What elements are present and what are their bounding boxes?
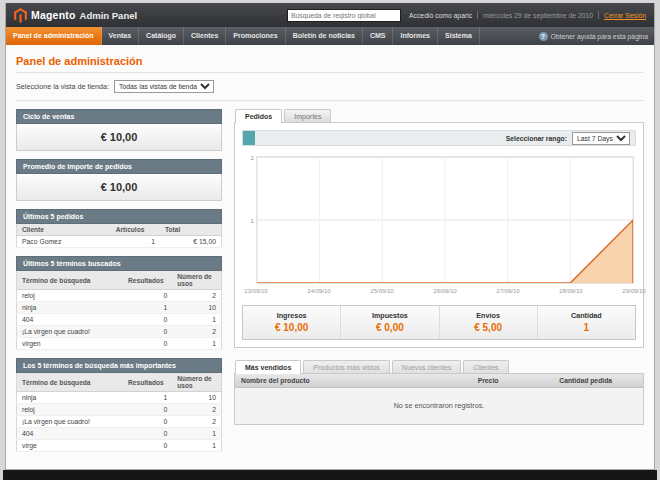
footer-bar xyxy=(3,470,657,480)
table-row[interactable]: reloj02 xyxy=(17,404,222,416)
magento-logo-icon xyxy=(14,8,27,23)
x-tick-label: 26/09/10 xyxy=(433,288,456,294)
table-row[interactable]: ¡La virgen que cuadro!02 xyxy=(17,326,222,338)
page-help-link[interactable]: ? Obtener ayuda para esta página xyxy=(539,27,649,45)
divider xyxy=(16,72,644,73)
empty-message: No se encontraron registros. xyxy=(235,388,643,424)
store-view-label: Seleccione la vista de tienda: xyxy=(16,82,109,91)
nav-item-promociones[interactable]: Promociones xyxy=(226,27,285,45)
table-row[interactable]: virge01 xyxy=(17,440,222,452)
block-title: Los 5 términos de búsqueda más important… xyxy=(16,358,222,373)
store-view-selector-row: Seleccione la vista de tienda: Todas las… xyxy=(16,80,644,93)
global-search-input[interactable] xyxy=(287,9,401,22)
table-row[interactable]: Paco Gomez1€ 15,00 xyxy=(17,236,222,248)
x-tick-label: 25/09/10 xyxy=(370,288,393,294)
range-select[interactable]: Last 7 Days xyxy=(572,132,630,145)
tab-clientes[interactable]: Clientes xyxy=(463,360,508,373)
cell: 1 xyxy=(111,236,160,248)
table-row[interactable]: 40401 xyxy=(17,314,222,326)
header-row: ClienteArtículosTotal xyxy=(17,224,222,236)
stat-env-os: Envíos€ 5,00 xyxy=(439,306,537,339)
divider xyxy=(16,100,644,101)
bestsellers-panel: Nombre del productoPrecioCantidad pedida… xyxy=(234,373,644,425)
table-row[interactable]: ninja110 xyxy=(17,392,222,404)
range-label: Seleccionar rango: xyxy=(506,135,567,142)
last-search-terms-table: Término de búsquedaResultadosNúmero de u… xyxy=(16,271,222,350)
y-tick-label: 2 xyxy=(244,154,254,161)
table-row[interactable]: reloj02 xyxy=(17,290,222,302)
page-title: Panel de administración xyxy=(16,55,644,67)
stat-value: € 5,00 xyxy=(440,322,537,333)
session-info: Accedió como aparic miércoles 29 de sept… xyxy=(409,11,646,19)
column-header: Resultados xyxy=(123,271,172,290)
logo-suffix: Admin Panel xyxy=(80,10,138,21)
cell: reloj xyxy=(17,290,124,302)
stat-label: Ingresos xyxy=(243,311,340,320)
cell: 2 xyxy=(172,326,221,338)
magento-admin-app: Magento Admin Panel Accedió como aparic … xyxy=(5,3,655,470)
column-header: Precio xyxy=(472,374,554,388)
last-search-terms-block: Últimos 5 términos buscados Término de b… xyxy=(16,256,222,350)
block-title: Últimos 5 pedidos xyxy=(16,209,222,224)
cell: 404 xyxy=(17,428,124,440)
tab-productos-m-s-vistos[interactable]: Productos más vistos xyxy=(303,360,390,373)
stat-impuestos: Impuestos€ 0,00 xyxy=(340,306,438,339)
tab-importes[interactable]: Importes xyxy=(284,109,331,122)
store-view-select[interactable]: Todas las vistas de tienda xyxy=(114,80,214,93)
nav-item-informes[interactable]: Informes xyxy=(393,27,438,45)
nav-item-clientes[interactable]: Clientes xyxy=(184,27,226,45)
cell: 1 xyxy=(172,428,221,440)
table-row[interactable]: ninja110 xyxy=(17,302,222,314)
table-row[interactable]: virgen01 xyxy=(17,338,222,350)
cell: 0 xyxy=(123,338,172,350)
cell: virge xyxy=(17,440,124,452)
column-header: Término de búsqueda xyxy=(17,373,124,392)
cell: reloj xyxy=(17,404,124,416)
tab-nuevos-clientes[interactable]: Nuevos clientes xyxy=(392,360,461,373)
last-orders-block: Últimos 5 pedidos ClienteArtículosTotalP… xyxy=(16,209,222,248)
cell: 10 xyxy=(172,392,221,404)
orders-panel: Seleccionar rango: Last 7 Days 12 23/09/… xyxy=(234,122,644,348)
browser-viewport: Magento Admin Panel Accedió como aparic … xyxy=(0,0,660,480)
nav-items: Panel de administraciónVentasCatálogoCli… xyxy=(6,27,480,45)
cell: ¡La virgen que cuadro! xyxy=(17,326,124,338)
cell: ¡La virgen que cuadro! xyxy=(17,416,124,428)
header-row: Nombre del productoPrecioCantidad pedida xyxy=(235,374,643,388)
cell: ninja xyxy=(17,392,124,404)
x-tick-label: 29/09/10 xyxy=(622,288,645,294)
column-header: Total xyxy=(160,224,222,236)
column-header: Término de búsqueda xyxy=(17,271,124,290)
dashboard-columns: Ciclo de ventas € 10,00 Promedio de impo… xyxy=(16,109,644,460)
x-tick-label: 23/09/10 xyxy=(244,288,267,294)
nav-item-bolet-n-de-noticias[interactable]: Boletín de noticias xyxy=(286,27,363,45)
top-search-terms-table: Término de búsquedaResultadosNúmero de u… xyxy=(16,373,222,452)
nav-item-panel-de-administraci-n[interactable]: Panel de administración xyxy=(6,27,102,45)
cell: 1 xyxy=(172,338,221,350)
nav-item-cms[interactable]: CMS xyxy=(363,27,394,45)
range-bar: Seleccionar rango: Last 7 Days xyxy=(242,130,636,146)
table-row[interactable]: 40401 xyxy=(17,428,222,440)
top-header: Magento Admin Panel Accedió como aparic … xyxy=(6,3,654,27)
cell: 0 xyxy=(123,416,172,428)
nav-item-sistema[interactable]: Sistema xyxy=(438,27,480,45)
chart-x-axis: 23/09/1024/09/1025/09/1026/09/1027/09/10… xyxy=(256,286,634,295)
stat-value: € 0,00 xyxy=(341,322,438,333)
nav-item-cat-logo[interactable]: Catálogo xyxy=(139,27,184,45)
dashboard-main: PedidosImportes Seleccionar rango: Last … xyxy=(234,109,644,460)
table-row[interactable]: ¡La virgen que cuadro!02 xyxy=(17,416,222,428)
average-orders-block: Promedio de importe de pedidos € 10,00 xyxy=(16,159,222,201)
cell: 1 xyxy=(123,302,172,314)
orders-amounts-tabs: PedidosImportes xyxy=(234,109,644,122)
tab-m-s-vendidos[interactable]: Más vendidos xyxy=(235,360,301,374)
nav-item-ventas[interactable]: Ventas xyxy=(102,27,140,45)
tab-pedidos[interactable]: Pedidos xyxy=(235,109,282,123)
x-tick-label: 27/09/10 xyxy=(496,288,519,294)
logout-link[interactable]: Cerrar Sesión xyxy=(604,12,646,19)
average-orders-value: € 10,00 xyxy=(16,174,222,201)
cell: 2 xyxy=(172,290,221,302)
cell: 0 xyxy=(123,440,172,452)
cell: € 15,00 xyxy=(160,236,222,248)
stat-value: 1 xyxy=(538,322,635,333)
column-header: Número de usos xyxy=(172,373,221,392)
cell: 0 xyxy=(123,290,172,302)
